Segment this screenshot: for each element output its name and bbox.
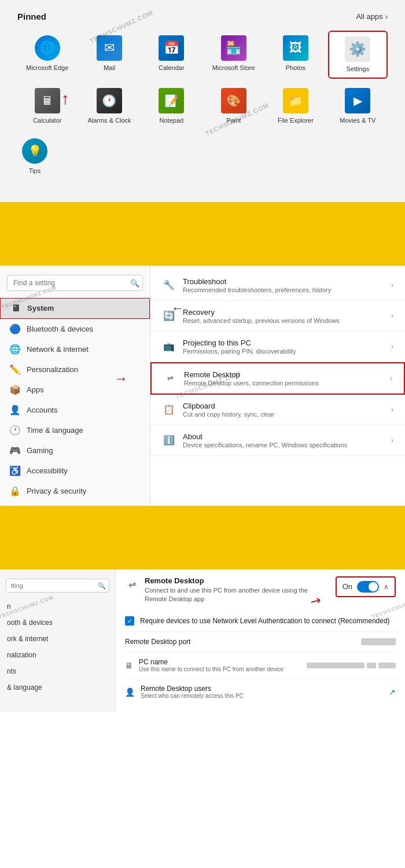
mail-icon: ✉ bbox=[97, 35, 122, 61]
sidebar-personalization-label: Personalization bbox=[27, 365, 78, 374]
remote-search[interactable]: 🔍 bbox=[6, 579, 109, 593]
sidebar-time-label: Time & language bbox=[27, 426, 83, 435]
app-edge[interactable]: 🌐 Microsoft Edge bbox=[17, 31, 77, 79]
sidebar-gaming-label: Gaming bbox=[27, 446, 53, 455]
app-notepad[interactable]: 📝 Notepad bbox=[142, 83, 201, 129]
settings-row-remote-desktop[interactable]: ⇌ Remote Desktop Remote Desktop users, c… bbox=[150, 362, 405, 395]
recovery-title: Recovery bbox=[183, 308, 391, 317]
clipboard-title: Clipboard bbox=[183, 402, 391, 410]
paint-icon: 🎨 bbox=[221, 88, 246, 113]
remote-desktop-detail-icon: ⇌ bbox=[125, 578, 139, 591]
apps-grid: 🌐 Microsoft Edge ✉ Mail 📅 Calendar 🏪 Mic… bbox=[17, 31, 388, 129]
app-settings[interactable]: ⚙️ Settings bbox=[328, 31, 388, 79]
users-desc: Select who can remotely access this PC bbox=[141, 693, 383, 699]
chevron-right-icon: › bbox=[391, 312, 393, 320]
gaming-icon: 🎮 bbox=[9, 445, 21, 456]
sidebar-item-privacy[interactable]: 🔒 Privacy & security bbox=[0, 481, 150, 501]
settings-icon: ⚙️ bbox=[345, 36, 370, 62]
notepad-icon: 📝 bbox=[159, 88, 184, 113]
sidebar-item-bluetooth[interactable]: 🔵 Bluetooth & devices bbox=[0, 319, 150, 339]
app-notepad-label: Notepad bbox=[160, 117, 184, 124]
chevron-right-icon: › bbox=[391, 343, 393, 351]
calculator-icon: 🖩 bbox=[35, 88, 60, 113]
settings-row-clipboard[interactable]: 📋 Clipboard Cut and copy history, sync, … bbox=[150, 395, 405, 425]
app-edge-label: Microsoft Edge bbox=[26, 64, 68, 72]
chevron-right-icon: › bbox=[391, 281, 393, 289]
sidebar-item-accessibility[interactable]: ♿ Accessibility bbox=[0, 461, 150, 481]
sidebar-item-system[interactable]: 🖥 System ← bbox=[0, 298, 150, 319]
movies-icon: ▶ bbox=[345, 88, 370, 113]
app-tips[interactable]: 💡 Tips bbox=[20, 134, 50, 179]
toggle-switch[interactable] bbox=[357, 581, 379, 593]
app-paint[interactable]: 🎨 Paint bbox=[204, 83, 263, 129]
settings-row-about[interactable]: ℹ️ About Device specifications, rename P… bbox=[150, 425, 405, 456]
remote-desktop-detail-title: Remote Desktop bbox=[145, 576, 330, 585]
sidebar-accessibility-label: Accessibility bbox=[27, 466, 68, 475]
toggle-expand-icon[interactable]: ∧ bbox=[384, 583, 389, 591]
yellow-separator-2 bbox=[0, 506, 405, 569]
remote-desktop-detail-desc: Connect to and use this PC from another … bbox=[145, 586, 330, 604]
all-apps-link[interactable]: All apps › bbox=[356, 12, 388, 21]
remote-sidebar-network[interactable]: ork & internet bbox=[0, 631, 115, 647]
troubleshoot-icon: 🔧 bbox=[162, 278, 176, 292]
chevron-right-icon: › bbox=[391, 436, 393, 444]
settings-search[interactable]: 🔍 bbox=[7, 275, 143, 291]
app-mail-label: Mail bbox=[104, 64, 115, 72]
app-mail[interactable]: ✉ Mail bbox=[79, 31, 139, 79]
yellow-separator-1 bbox=[0, 202, 405, 266]
settings-row-projecting[interactable]: 📺 Projecting to this PC Permissions, pai… bbox=[150, 332, 405, 362]
app-explorer[interactable]: 📁 File Explorer bbox=[266, 83, 325, 129]
calendar-icon: 📅 bbox=[159, 35, 184, 61]
sidebar-apps-label: Apps bbox=[27, 385, 44, 394]
remote-sidebar: 🔍 n ooth & devices ork & internet naliza… bbox=[0, 569, 116, 712]
pcname-value bbox=[307, 663, 365, 668]
clock-icon: 🕐 bbox=[97, 88, 122, 113]
system-icon: 🖥 bbox=[10, 303, 21, 314]
remote-users-row[interactable]: 👤 Remote Desktop users Select who can re… bbox=[125, 679, 396, 705]
about-icon: ℹ️ bbox=[162, 433, 176, 447]
app-store[interactable]: 🏪 Microsoft Store bbox=[204, 31, 263, 79]
remote-option-nla[interactable]: ✓ Require devices to use Network Level A… bbox=[125, 610, 396, 632]
sidebar-system-label: System bbox=[27, 304, 54, 312]
sidebar-item-gaming[interactable]: 🎮 Gaming bbox=[0, 440, 150, 461]
remote-sidebar-bluetooth[interactable]: ooth & devices bbox=[0, 615, 115, 631]
app-calendar[interactable]: 📅 Calendar bbox=[142, 31, 201, 79]
app-photos[interactable]: 🖼 Photos bbox=[266, 31, 325, 79]
app-movies-label: Movies & TV bbox=[340, 117, 375, 124]
settings-row-troubleshoot[interactable]: 🔧 Troubleshoot Recommended troubleshoote… bbox=[150, 270, 405, 301]
accessibility-icon: ♿ bbox=[9, 465, 21, 476]
pinned-title: Pinned bbox=[17, 12, 46, 21]
settings-sidebar: 🔍 🖥 System ← 🔵 Bluetooth & devices 🌐 Net… bbox=[0, 266, 150, 506]
remote-search-input[interactable] bbox=[6, 579, 109, 593]
external-link-icon[interactable]: ↗ bbox=[389, 687, 396, 697]
app-calculator-label: Calculator bbox=[33, 117, 62, 124]
app-movies[interactable]: ▶ Movies & TV bbox=[328, 83, 388, 129]
about-desc: Device specifications, rename PC, Window… bbox=[183, 442, 391, 448]
sidebar-accounts-label: Accounts bbox=[27, 406, 57, 414]
pcname-value3 bbox=[378, 663, 396, 668]
remote-port-label: Remote Desktop port bbox=[125, 638, 361, 646]
sidebar-item-time[interactable]: 🕐 Time & language bbox=[0, 420, 150, 440]
settings-row-recovery[interactable]: 🔄 Recovery Reset, advanced startup, prev… bbox=[150, 301, 405, 332]
users-title: Remote Desktop users bbox=[141, 685, 383, 693]
remote-sidebar-n[interactable]: n bbox=[0, 598, 115, 615]
nla-checkbox[interactable]: ✓ bbox=[125, 616, 134, 626]
chevron-right-icon: › bbox=[391, 406, 393, 414]
app-store-label: Microsoft Store bbox=[212, 64, 255, 72]
start-menu-section: Pinned All apps › 🌐 Microsoft Edge ✉ Mai… bbox=[0, 0, 405, 202]
remote-port-row: Remote Desktop port bbox=[125, 632, 396, 652]
find-setting-input[interactable] bbox=[7, 275, 143, 291]
remote-sidebar-apps[interactable]: nts bbox=[0, 663, 115, 679]
sidebar-item-accounts[interactable]: 👤 Accounts bbox=[0, 400, 150, 420]
app-alarms[interactable]: 🕐 Alarms & Clock bbox=[79, 83, 139, 129]
remote-sidebar-language[interactable]: & language bbox=[0, 679, 115, 696]
arrow-to-settings: ↑ bbox=[61, 90, 69, 108]
troubleshoot-title: Troubleshoot bbox=[183, 277, 391, 286]
clipboard-icon: 📋 bbox=[162, 403, 176, 417]
sidebar-item-network[interactable]: 🌐 Network & internet bbox=[0, 339, 150, 359]
projecting-desc: Permissions, pairing PIN, discoverabilit… bbox=[183, 348, 391, 355]
remote-sidebar-personalization[interactable]: nalization bbox=[0, 647, 115, 663]
toggle-track bbox=[357, 581, 379, 593]
troubleshoot-desc: Recommended troubleshooters, preferences… bbox=[183, 286, 391, 293]
projecting-icon: 📺 bbox=[162, 340, 176, 354]
